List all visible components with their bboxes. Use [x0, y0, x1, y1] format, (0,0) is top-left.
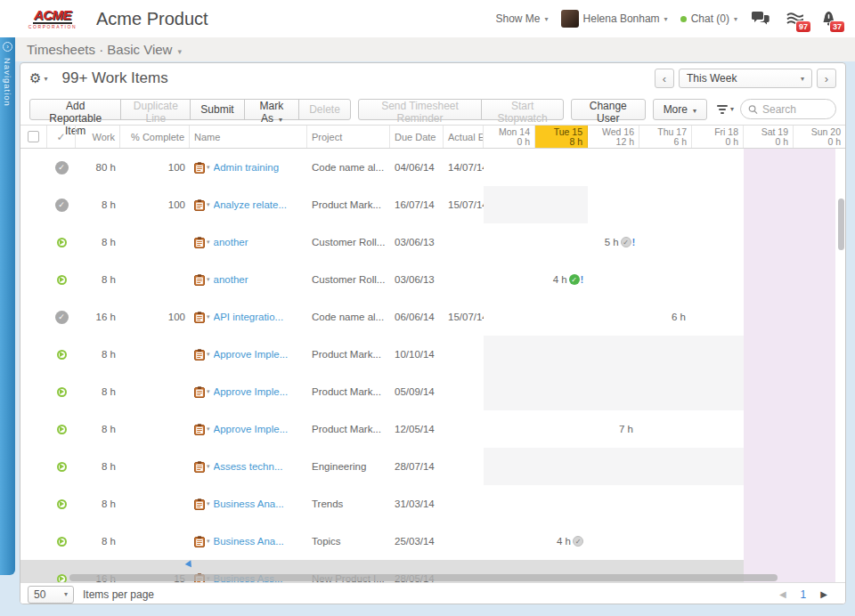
work-item-link[interactable]: API integratio...: [214, 312, 284, 322]
timesheet-day-cell[interactable]: [535, 373, 588, 410]
change-user-button[interactable]: Change User: [571, 99, 646, 120]
timesheet-day-cell[interactable]: [794, 149, 845, 186]
timesheet-day-cell[interactable]: [794, 410, 845, 448]
timesheet-day-cell[interactable]: [588, 373, 639, 410]
day-column-header-mon[interactable]: Mon 140 h: [484, 126, 535, 148]
timesheet-day-cell[interactable]: [639, 223, 692, 261]
chevron-down-icon[interactable]: ▾: [207, 426, 210, 433]
row-checkbox-cell[interactable]: [20, 448, 47, 485]
work-item-link[interactable]: Approve Imple...: [214, 386, 289, 397]
chat-menu[interactable]: Chat (0) ▾: [680, 12, 737, 25]
timesheet-day-cell[interactable]: [692, 448, 744, 485]
timesheet-day-cell[interactable]: [535, 448, 588, 485]
timesheet-day-cell[interactable]: [692, 485, 744, 523]
row-checkbox-cell[interactable]: [20, 186, 47, 223]
timesheet-day-cell[interactable]: [794, 560, 845, 582]
chevron-down-icon[interactable]: ▾: [44, 75, 47, 83]
timesheet-day-cell[interactable]: [744, 261, 794, 298]
timesheet-day-cell[interactable]: [639, 149, 692, 186]
chevron-down-icon[interactable]: ▾: [207, 463, 210, 470]
pct-complete-column-header[interactable]: % Complete: [120, 126, 190, 148]
work-item-link[interactable]: Approve Imple...: [214, 424, 289, 434]
horizontal-scrollbar[interactable]: [69, 574, 778, 581]
timesheet-day-cell[interactable]: [692, 223, 744, 261]
breadcrumb[interactable]: Timesheets · Basic View▾: [27, 42, 182, 57]
add-reportable-item-button[interactable]: Add Reportable Item: [29, 99, 121, 120]
chevron-down-icon[interactable]: ▾: [207, 276, 210, 283]
social-feed-button[interactable]: 97: [784, 9, 805, 28]
timesheet-day-cell[interactable]: [794, 261, 845, 298]
work-item-link[interactable]: Assess techn...: [214, 461, 283, 472]
timesheet-day-cell[interactable]: 7 h: [588, 410, 639, 448]
row-checkbox-cell[interactable]: [20, 523, 47, 560]
items-per-page-select[interactable]: 50 ▾: [28, 586, 74, 604]
work-item-link[interactable]: Analyze relate...: [214, 199, 287, 210]
user-menu[interactable]: Helena Bonham ▾: [561, 10, 668, 28]
timesheet-day-cell[interactable]: [744, 149, 794, 186]
timesheet-day-cell[interactable]: [535, 485, 588, 523]
chevron-down-icon[interactable]: ▾: [207, 201, 210, 208]
work-item-link[interactable]: another: [214, 237, 248, 247]
timesheet-day-cell[interactable]: [794, 298, 845, 336]
day-column-header-fri[interactable]: Fri 180 h: [692, 126, 744, 148]
status-column-header[interactable]: ✓: [47, 126, 76, 148]
row-checkbox-cell[interactable]: [20, 223, 47, 261]
chevron-down-icon[interactable]: ▾: [207, 538, 210, 545]
timesheet-day-cell[interactable]: [588, 186, 639, 223]
duplicate-line-button[interactable]: Duplicate Line: [120, 99, 191, 120]
discussions-button[interactable]: [750, 9, 771, 28]
chevron-down-icon[interactable]: ▾: [207, 313, 210, 320]
timesheet-day-cell[interactable]: [588, 336, 639, 373]
work-item-link[interactable]: Admin training: [214, 162, 280, 173]
timesheet-day-cell[interactable]: [639, 410, 692, 448]
timesheet-day-cell[interactable]: 4 h✓: [535, 523, 588, 560]
row-checkbox-cell[interactable]: [20, 149, 47, 186]
start-stopwatch-button[interactable]: Start Stopwatch: [481, 99, 564, 120]
search-input[interactable]: [762, 103, 828, 116]
day-column-header-tue-today[interactable]: Tue 158 h: [535, 126, 588, 148]
timesheet-day-cell[interactable]: [588, 298, 639, 336]
timesheet-day-cell[interactable]: [744, 298, 794, 336]
name-column-header[interactable]: Name: [190, 126, 307, 148]
timesheet-day-cell[interactable]: [484, 149, 535, 186]
timesheet-day-cell[interactable]: [535, 149, 588, 186]
project-column-header[interactable]: Project: [307, 126, 390, 148]
timesheet-day-cell[interactable]: [588, 149, 639, 186]
timesheet-day-cell[interactable]: [744, 223, 794, 261]
timesheet-day-cell[interactable]: [794, 523, 845, 560]
timesheet-day-cell[interactable]: [692, 298, 744, 336]
previous-week-button[interactable]: ‹: [655, 69, 674, 88]
row-checkbox-cell[interactable]: [20, 410, 47, 448]
timesheet-day-cell[interactable]: [588, 523, 639, 560]
timesheet-day-cell[interactable]: [794, 373, 845, 410]
day-column-header-sun[interactable]: Sun 200 h: [794, 126, 845, 148]
show-me-menu[interactable]: Show Me ▾: [496, 12, 549, 25]
timesheet-day-cell[interactable]: [484, 298, 535, 336]
timesheet-day-cell[interactable]: [484, 523, 535, 560]
acme-logo[interactable]: ACME CORPORATION: [25, 8, 80, 29]
chevron-down-icon[interactable]: ▾: [207, 351, 210, 358]
more-button[interactable]: More: [653, 99, 707, 120]
timesheet-day-cell[interactable]: [484, 223, 535, 261]
timesheet-day-cell[interactable]: [744, 523, 794, 560]
timesheet-day-cell[interactable]: [484, 336, 535, 373]
next-page-button[interactable]: ▶: [820, 589, 827, 599]
timesheet-day-cell[interactable]: [692, 336, 744, 373]
timesheet-day-cell[interactable]: 4 h✓!: [535, 261, 588, 298]
due-date-column-header[interactable]: Due Date: [390, 126, 444, 148]
timesheet-day-cell[interactable]: [692, 410, 744, 448]
previous-page-button[interactable]: ◀: [779, 589, 786, 599]
timesheet-day-cell[interactable]: [744, 448, 794, 485]
filter-menu[interactable]: ▾: [714, 102, 737, 117]
timesheet-day-cell[interactable]: [744, 410, 794, 448]
alerts-button[interactable]: 37: [818, 9, 839, 28]
timesheet-day-cell[interactable]: [744, 336, 794, 373]
timesheet-day-cell[interactable]: [692, 186, 744, 223]
timesheet-day-cell[interactable]: [744, 373, 794, 410]
submit-button[interactable]: Submit: [190, 99, 244, 120]
timesheet-day-cell[interactable]: [535, 223, 588, 261]
actual-effort-column-header[interactable]: Actual E...: [444, 126, 484, 148]
week-selector[interactable]: This Week ▾: [679, 69, 812, 88]
select-all-cell[interactable]: [20, 126, 47, 148]
row-checkbox-cell[interactable]: [20, 373, 47, 410]
